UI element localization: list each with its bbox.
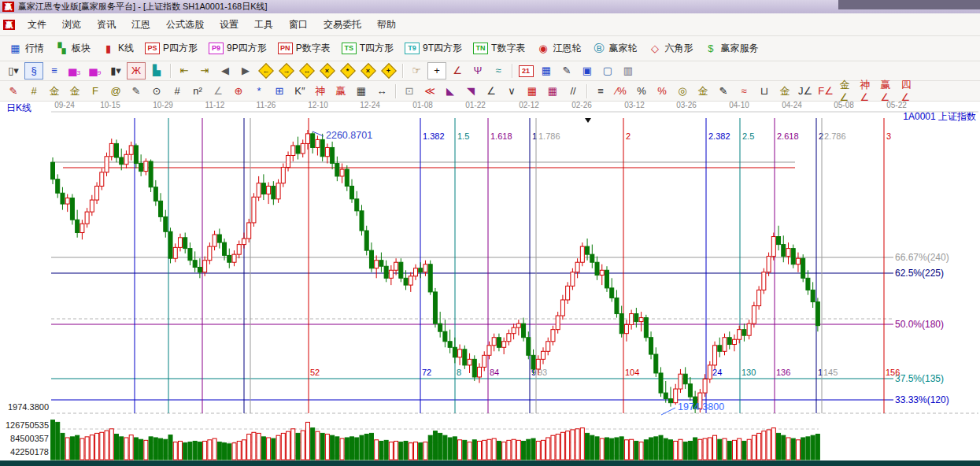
menu-item-3[interactable]: 江恩 xyxy=(124,17,158,33)
brush-tool-button[interactable]: ✎ xyxy=(4,83,23,100)
menu-item-4[interactable]: 公式选股 xyxy=(158,17,212,33)
gann-star-button[interactable]: * xyxy=(338,62,357,80)
t-number-button[interactable]: TNT数字表 xyxy=(468,39,531,57)
gann-wheel-button[interactable]: ◉江恩轮 xyxy=(531,39,586,57)
gann-shift-left-button[interactable]: ← xyxy=(257,62,276,80)
nav-first-button[interactable]: ⇤ xyxy=(175,62,194,80)
candle-type-button[interactable]: ▮▾ xyxy=(106,62,125,80)
menu-item-7[interactable]: 窗口 xyxy=(281,17,316,33)
si-angle-button[interactable]: 四∠ xyxy=(898,83,917,100)
shen-angle-button[interactable]: 神∠ xyxy=(857,83,876,100)
menu-item-8[interactable]: 交易委托 xyxy=(316,17,369,33)
nav-next-button[interactable]: ▶ xyxy=(236,62,255,80)
cup-tool-button[interactable]: ⊔ xyxy=(755,83,774,100)
kline-chart-area[interactable]: 09-2410-1510-2911-1211-2612-1012-2401-08… xyxy=(0,102,980,460)
gann-expand-button[interactable]: ↔ xyxy=(298,62,316,80)
region-overlay-button[interactable]: § xyxy=(24,62,43,80)
calculator-button[interactable]: ▦ xyxy=(537,62,556,80)
menu-item-1[interactable]: 浏览 xyxy=(54,17,89,33)
wave-tool-button[interactable]: ≈ xyxy=(734,83,753,100)
pen-measure-button[interactable]: ✎ xyxy=(127,83,146,100)
ying-angle-button[interactable]: 赢∠ xyxy=(878,83,897,100)
pen-black-button[interactable]: ✎ xyxy=(714,83,733,100)
pattern-tool-button[interactable]: Ж xyxy=(127,62,146,80)
gann-cross-button[interactable]: × xyxy=(359,62,378,80)
scribble-tool-button[interactable]: ≈ xyxy=(489,62,508,80)
winner-service-button[interactable]: $赢家服务 xyxy=(698,39,764,57)
f-angle-button[interactable]: F∠ xyxy=(816,83,835,100)
menu-item-6[interactable]: 工具 xyxy=(246,17,281,33)
percent-slash-button[interactable]: ⁄% xyxy=(612,83,631,100)
t-square-button[interactable]: TST四方形 xyxy=(336,39,399,57)
grid-cross-b-button[interactable]: ▦ xyxy=(543,83,562,100)
send-window-button[interactable]: ▢ xyxy=(598,62,617,80)
percent-button[interactable]: % xyxy=(632,83,651,100)
gold-angle-button[interactable]: 金∠ xyxy=(837,83,856,100)
fan-box-b-button[interactable]: ◥ xyxy=(461,83,480,100)
gann-shift-right-button[interactable]: → xyxy=(277,62,296,80)
shen-grid-button[interactable]: 神 xyxy=(311,83,330,100)
save-view-button[interactable]: ▣ xyxy=(578,62,597,80)
compass-button[interactable]: ⊕ xyxy=(229,83,248,100)
menu-item-5[interactable]: 设置 xyxy=(212,17,246,33)
hand-drag-button[interactable]: ☞ xyxy=(407,62,426,80)
j-angle-button[interactable]: J∠ xyxy=(796,83,815,100)
spiral-tool-button[interactable]: @ xyxy=(106,83,125,100)
volume3-button[interactable]: ▅₃ xyxy=(65,62,84,80)
gann-compress-button[interactable]: × xyxy=(318,62,337,80)
marker-tool-button[interactable]: Ψ xyxy=(468,62,487,80)
f-grid-button[interactable]: F xyxy=(86,83,105,100)
menu-item-2[interactable]: 资讯 xyxy=(89,17,124,33)
percent-line-button[interactable]: % xyxy=(653,83,671,100)
grid-cross-a-button[interactable]: ▦ xyxy=(523,83,542,100)
calendar-button[interactable]: 21 xyxy=(516,62,535,80)
depth-list-button[interactable]: ≡ xyxy=(591,83,610,100)
fan-box-a-button[interactable]: ◣ xyxy=(441,83,460,100)
kline-chart-svg[interactable]: 09-2410-1510-2911-1211-2612-1012-2401-08… xyxy=(0,102,980,460)
menu-item-9[interactable]: 帮助 xyxy=(369,17,404,33)
zigzag-button[interactable]: ∨ xyxy=(502,83,521,100)
cycle-circle-button[interactable]: ⊙ xyxy=(147,83,166,100)
volume9-button[interactable]: ▅₉ xyxy=(86,62,105,80)
winner-wheel-button[interactable]: Ⓑ赢家轮 xyxy=(586,39,642,57)
quotes-button[interactable]: ▦行情 xyxy=(3,39,50,57)
info-panel-button[interactable]: ≡ xyxy=(45,62,64,80)
nav-prev-button[interactable]: ◀ xyxy=(216,62,235,80)
grid-123-button[interactable]: ▦ xyxy=(352,83,371,100)
slant-lines-button[interactable]: // xyxy=(564,83,582,100)
t-square-icon: TS xyxy=(342,43,357,54)
menu-item-0[interactable]: 文件 xyxy=(20,17,54,33)
p-square-button[interactable]: PSP四方形 xyxy=(139,39,203,57)
angle-measure-button[interactable]: ∠ xyxy=(448,62,467,80)
remote-pc-button[interactable]: ▥ xyxy=(619,62,638,80)
period-selector-button[interactable]: ▯▾ xyxy=(4,62,23,80)
fan-lines-button[interactable]: ≪ xyxy=(420,83,439,100)
color-histogram-button[interactable]: ▙ xyxy=(147,62,166,80)
star-tool-button[interactable]: * xyxy=(250,83,268,100)
notepad-button[interactable]: ✎ xyxy=(557,62,576,80)
star-box-button[interactable]: ⊞ xyxy=(270,83,289,100)
kline-button[interactable]: ▮K线 xyxy=(96,39,139,57)
p-number-button[interactable]: PNP数字表 xyxy=(272,39,336,57)
t9-square-button[interactable]: T99T四方形 xyxy=(399,39,468,57)
pencil-fan-button[interactable]: ∠ xyxy=(482,83,501,100)
k-quote-button[interactable]: K″ xyxy=(290,83,309,100)
hexagon-button[interactable]: ◇六角形 xyxy=(642,39,698,57)
gann-plus-button[interactable]: + xyxy=(379,62,398,80)
ruler2-button[interactable]: # xyxy=(168,83,187,100)
crosshair-button[interactable]: + xyxy=(427,62,446,80)
sectors-button[interactable]: ▚板块 xyxy=(50,39,96,57)
nav-last-button[interactable]: ⇥ xyxy=(195,62,214,80)
n2-grid-button[interactable]: n² xyxy=(188,83,207,100)
span-arrow-button[interactable]: ↔ xyxy=(372,83,391,100)
box-frame-button[interactable]: ⊡ xyxy=(400,83,419,100)
gold-line-button[interactable]: 金 xyxy=(693,83,712,100)
grid-ruler-button[interactable]: # xyxy=(24,83,43,100)
ying-grid-button[interactable]: 赢 xyxy=(331,83,350,100)
gold-grid-a-button[interactable]: 金 xyxy=(45,83,64,100)
gold-circle-button[interactable]: ◎ xyxy=(673,83,692,100)
gold-grid-b-button[interactable]: 金 xyxy=(65,83,84,100)
p9-square-button[interactable]: P99P四方形 xyxy=(203,39,272,57)
gold-underline-button[interactable]: 金 xyxy=(775,83,794,100)
angle-line-button[interactable]: ∠ xyxy=(209,83,227,100)
